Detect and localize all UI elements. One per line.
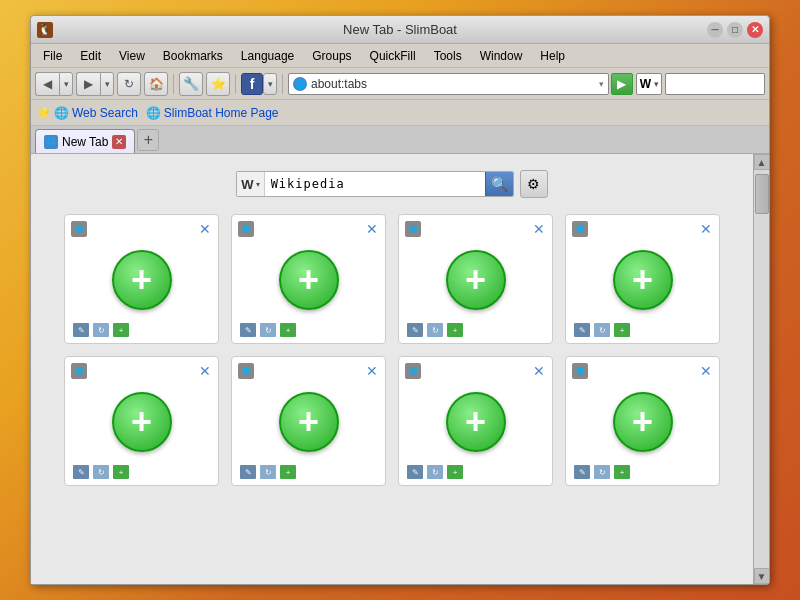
fb-dropdown[interactable]: ▾ [263, 73, 277, 95]
star-button[interactable]: ⭐ [206, 72, 230, 96]
menu-window[interactable]: Window [472, 47, 531, 65]
dial-2-refresh[interactable]: ↻ [260, 323, 276, 337]
dial-5-refresh[interactable]: ↻ [93, 465, 109, 479]
dial-7-refresh[interactable]: ↻ [427, 465, 443, 479]
dial-7-add[interactable]: + [447, 465, 463, 479]
dial-card-6[interactable]: 🌐 ✕ + ✎ ↻ + [231, 356, 386, 486]
back-icon: ◀ [43, 77, 52, 91]
dial-3-refresh[interactable]: ↻ [427, 323, 443, 337]
dial-6-add[interactable]: + [280, 465, 296, 479]
dial-4-edit[interactable]: ✎ [574, 323, 590, 337]
menu-file[interactable]: File [35, 47, 70, 65]
dial-1-refresh[interactable]: ↻ [93, 323, 109, 337]
dial-7-plus[interactable]: + [446, 392, 506, 452]
scroll-thumb[interactable] [755, 174, 769, 214]
dial-8-edit[interactable]: ✎ [574, 465, 590, 479]
dial-card-2[interactable]: 🌐 ✕ + ✎ ↻ + [231, 214, 386, 344]
reload-button[interactable]: ↻ [117, 72, 141, 96]
toolbar-search-input[interactable] [665, 73, 765, 95]
dial-6-refresh[interactable]: ↻ [260, 465, 276, 479]
dial-1-edit[interactable]: ✎ [73, 323, 89, 337]
menu-bookmarks[interactable]: Bookmarks [155, 47, 231, 65]
dial-card-5[interactable]: 🌐 ✕ + ✎ ↻ + [64, 356, 219, 486]
dial-1-favicon: 🌐 [71, 221, 87, 237]
dial-2-add[interactable]: + [280, 323, 296, 337]
dial-card-1[interactable]: 🌐 ✕ + ✎ ↻ + [64, 214, 219, 344]
settings-button[interactable]: ⚙ [520, 170, 548, 198]
browser-window: 🐧 New Tab - SlimBoat ─ □ ✕ File Edit Vie… [30, 15, 770, 585]
bookmark-websearch-label: Web Search [72, 106, 138, 120]
dial-2-edit[interactable]: ✎ [240, 323, 256, 337]
address-dropdown-arrow[interactable]: ▾ [599, 79, 604, 89]
forward-dropdown[interactable]: ▾ [100, 72, 114, 96]
tab-close-button[interactable]: ✕ [112, 135, 126, 149]
dial-6-plus[interactable]: + [279, 392, 339, 452]
dial-4-close[interactable]: ✕ [699, 222, 713, 236]
menu-view[interactable]: View [111, 47, 153, 65]
forward-button[interactable]: ▶ [76, 72, 100, 96]
dial-6-close[interactable]: ✕ [365, 364, 379, 378]
star-icon: ⭐ [211, 77, 226, 91]
dial-5-plus[interactable]: + [112, 392, 172, 452]
dial-5-add[interactable]: + [113, 465, 129, 479]
dial-4-add[interactable]: + [614, 323, 630, 337]
bookmark-slimboat-label: SlimBoat Home Page [164, 106, 279, 120]
dial-1-add[interactable]: + [113, 323, 129, 337]
dial-card-4[interactable]: 🌐 ✕ + ✎ ↻ + [565, 214, 720, 344]
dial-8-plus[interactable]: + [613, 392, 673, 452]
dial-5-close[interactable]: ✕ [198, 364, 212, 378]
dial-8-refresh[interactable]: ↻ [594, 465, 610, 479]
dial-3-plus[interactable]: + [446, 250, 506, 310]
dial-3-close[interactable]: ✕ [532, 222, 546, 236]
address-bar[interactable]: 🌐 about:tabs ▾ [288, 73, 609, 95]
bookmark-globe-icon: 🌐 [54, 106, 69, 120]
dial-3-add[interactable]: + [447, 323, 463, 337]
dial-8-add[interactable]: + [614, 465, 630, 479]
maximize-button[interactable]: □ [727, 22, 743, 38]
dial-6-edit[interactable]: ✎ [240, 465, 256, 479]
dial-card-3[interactable]: 🌐 ✕ + ✎ ↻ + [398, 214, 553, 344]
menu-tools[interactable]: Tools [426, 47, 470, 65]
go-button[interactable]: ▶ [611, 73, 633, 95]
dial-2-close[interactable]: ✕ [365, 222, 379, 236]
dial-5-edit[interactable]: ✎ [73, 465, 89, 479]
wiki-search-button[interactable]: 🔍 [485, 172, 513, 196]
dial-card-3-top: 🌐 ✕ [403, 219, 548, 239]
dial-card-7[interactable]: 🌐 ✕ + ✎ ↻ + [398, 356, 553, 486]
dial-2-plus[interactable]: + [279, 250, 339, 310]
wand-button[interactable]: 🔧 [179, 72, 203, 96]
dial-7-close[interactable]: ✕ [532, 364, 546, 378]
back-button[interactable]: ◀ [35, 72, 59, 96]
dial-3-edit[interactable]: ✎ [407, 323, 423, 337]
dial-card-8[interactable]: 🌐 ✕ + ✎ ↻ + [565, 356, 720, 486]
close-button[interactable]: ✕ [747, 22, 763, 38]
scroll-up-button[interactable]: ▲ [754, 154, 770, 170]
add-tab-button[interactable]: + [137, 129, 159, 151]
dial-7-edit[interactable]: ✎ [407, 465, 423, 479]
menu-quickfill[interactable]: QuickFill [362, 47, 424, 65]
facebook-button[interactable]: f [241, 73, 263, 95]
dial-1-plus[interactable]: + [112, 250, 172, 310]
dial-1-close[interactable]: ✕ [198, 222, 212, 236]
wiki-search-input[interactable] [265, 172, 485, 196]
menu-groups[interactable]: Groups [304, 47, 359, 65]
dial-4-refresh[interactable]: ↻ [594, 323, 610, 337]
minimize-button[interactable]: ─ [707, 22, 723, 38]
menu-language[interactable]: Language [233, 47, 302, 65]
menu-help[interactable]: Help [532, 47, 573, 65]
app-icon: 🐧 [37, 22, 53, 38]
menu-bar: File Edit View Bookmarks Language Groups… [31, 44, 769, 68]
scroll-down-button[interactable]: ▼ [754, 568, 770, 584]
bookmark-websearch[interactable]: ⭐ 🌐 Web Search [37, 106, 138, 120]
home-button[interactable]: 🏠 [144, 72, 168, 96]
dial-4-plus[interactable]: + [613, 250, 673, 310]
dial-8-close[interactable]: ✕ [699, 364, 713, 378]
dial-card-7-top: 🌐 ✕ [403, 361, 548, 381]
wiki-prefix[interactable]: W ▾ [237, 172, 264, 196]
dial-8-bottom: ✎ ↻ + [570, 463, 715, 481]
menu-edit[interactable]: Edit [72, 47, 109, 65]
tb-search-dropdown[interactable]: ▾ [654, 79, 661, 89]
back-dropdown[interactable]: ▾ [59, 72, 73, 96]
tab-newtab[interactable]: 🌐 New Tab ✕ [35, 129, 135, 153]
bookmark-slimboat[interactable]: 🌐 SlimBoat Home Page [146, 106, 279, 120]
